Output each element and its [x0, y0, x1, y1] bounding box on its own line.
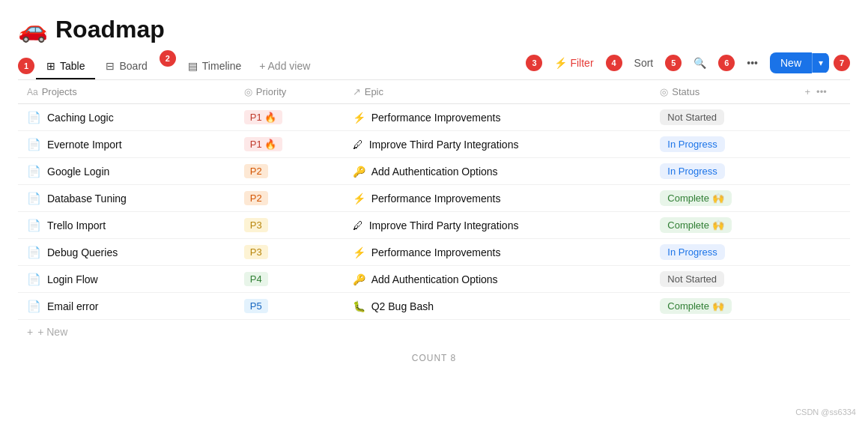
tab-board[interactable]: ⊟ Board: [95, 54, 157, 79]
tab-timeline-label: Timeline: [202, 60, 241, 72]
doc-icon-2: 📄: [27, 165, 41, 178]
epic-name-4: Improve Third Party Integrations: [369, 219, 519, 231]
new-button[interactable]: New: [770, 52, 812, 73]
epic-cell-3: ⚡ Performance Improvements: [344, 185, 652, 212]
add-view-label: + Add view: [259, 60, 310, 72]
th-priority: ◎ Priority: [235, 80, 344, 104]
badge-2: 2: [160, 50, 176, 67]
epic-icon-4: 🖊: [353, 219, 363, 231]
filter-label: Filter: [570, 57, 593, 69]
epic-cell-0: ⚡ Performance Improvements: [344, 104, 652, 131]
priority-cell-1: P1 🔥: [235, 131, 344, 158]
priority-badge-6: P4: [244, 272, 268, 286]
priority-cell-3: P2: [235, 185, 344, 212]
new-row-btn[interactable]: + + New: [18, 320, 850, 344]
status-cell-6: Not Started: [651, 266, 795, 293]
new-btn-group: New ▾: [770, 52, 829, 73]
status-badge-7: Complete 🙌: [660, 298, 731, 314]
th-more-icon[interactable]: •••: [816, 86, 827, 97]
doc-icon-0: 📄: [27, 111, 41, 124]
page-emoji: 🚗: [18, 15, 48, 43]
epic-icon-6: 🔑: [353, 273, 365, 285]
epic-name-0: Performance Improvements: [371, 112, 501, 124]
sort-button[interactable]: Sort: [627, 53, 661, 73]
row-actions-5: [796, 239, 851, 266]
search-button[interactable]: 🔍: [686, 53, 714, 73]
priority-badge-4: P3: [244, 218, 268, 232]
priority-cell-5: P3: [235, 239, 344, 266]
status-badge-2: In Progress: [660, 163, 724, 179]
th-projects-label: Projects: [42, 86, 77, 97]
badge-7: 7: [834, 55, 850, 71]
status-cell-7: Complete 🙌: [651, 293, 795, 320]
table-row: 📄 Trello Import P3 🖊 Improve Third Party…: [18, 212, 850, 239]
th-status-icon: ◎: [660, 86, 668, 97]
epic-icon-5: ⚡: [353, 246, 365, 258]
epic-name-6: Add Authentication Options: [371, 273, 498, 285]
toolbar: 1 ⊞ Table ⊟ Board 2 ▤ Timeline + Add vie…: [18, 52, 850, 80]
priority-cell-2: P2: [235, 158, 344, 185]
table-row: 📄 Google Login P2 🔑 Add Authentication O…: [18, 158, 850, 185]
new-row-plus-icon: +: [27, 326, 33, 338]
th-epic-icon: ↗: [353, 86, 361, 97]
status-cell-5: In Progress: [651, 239, 795, 266]
project-cell-7: 📄 Email error: [18, 293, 235, 320]
toolbar-right: 3 ⚡ Filter 4 Sort 5 🔍 6 ••• New: [526, 52, 850, 79]
more-icon: •••: [747, 57, 758, 69]
epic-cell-5: ⚡ Performance Improvements: [344, 239, 652, 266]
th-actions: + •••: [796, 80, 851, 104]
epic-name-2: Add Authentication Options: [371, 166, 498, 178]
row-actions-2: [796, 158, 851, 185]
doc-icon-7: 📄: [27, 300, 41, 313]
priority-badge-0: P1 🔥: [244, 110, 283, 124]
epic-cell-7: 🐛 Q2 Bug Bash: [344, 293, 652, 320]
tab-board-label: Board: [119, 60, 147, 72]
tab-timeline[interactable]: ▤ Timeline: [177, 54, 252, 79]
doc-icon-6: 📄: [27, 273, 41, 286]
project-name-5: Debug Queries: [47, 246, 118, 258]
badge-5: 5: [665, 55, 682, 71]
priority-badge-2: P2: [244, 164, 268, 178]
project-name-1: Evernote Import: [47, 139, 122, 151]
epic-icon-3: ⚡: [353, 193, 365, 205]
th-epic: ↗ Epic: [344, 80, 652, 104]
new-caret-button[interactable]: ▾: [812, 53, 829, 73]
priority-badge-7: P5: [244, 299, 268, 313]
th-status: ◎ Status: [651, 80, 795, 104]
th-projects-icon: Aa: [27, 87, 38, 97]
th-add-icon[interactable]: +: [805, 86, 811, 97]
tab-table[interactable]: ⊞ Table: [36, 54, 95, 79]
project-name-6: Login Flow: [47, 273, 98, 285]
project-cell-5: 📄 Debug Queries: [18, 239, 235, 266]
status-badge-3: Complete 🙌: [660, 190, 731, 206]
project-name-4: Trello Import: [47, 219, 106, 231]
priority-cell-0: P1 🔥: [235, 104, 344, 131]
search-icon: 🔍: [694, 57, 706, 69]
filter-icon: ⚡: [554, 57, 567, 69]
status-cell-0: Not Started: [651, 104, 795, 131]
doc-icon-3: 📄: [27, 192, 41, 205]
th-priority-label: Priority: [256, 86, 286, 97]
table-container: Aa Projects ◎ Priority ↗ Epic: [18, 80, 850, 368]
doc-icon-5: 📄: [27, 246, 41, 259]
badge-3: 3: [526, 55, 542, 71]
table-footer: COUNT 8: [18, 344, 850, 368]
priority-badge-5: P3: [244, 245, 268, 259]
badge-1: 1: [18, 58, 34, 74]
row-actions-7: [796, 293, 851, 320]
priority-cell-4: P3: [235, 212, 344, 239]
epic-cell-2: 🔑 Add Authentication Options: [344, 158, 652, 185]
data-table: Aa Projects ◎ Priority ↗ Epic: [18, 80, 850, 320]
sort-label: Sort: [634, 57, 654, 69]
more-button[interactable]: •••: [739, 53, 765, 73]
table-row: 📄 Caching Logic P1 🔥 ⚡ Performance Impro…: [18, 104, 850, 131]
add-view-btn[interactable]: + Add view: [252, 54, 318, 78]
epic-name-5: Performance Improvements: [371, 246, 501, 258]
page-header: 🚗 Roadmap: [18, 15, 850, 43]
timeline-icon: ▤: [188, 60, 198, 72]
th-status-label: Status: [672, 86, 699, 97]
filter-button[interactable]: ⚡ Filter: [547, 53, 601, 73]
table-row: 📄 Login Flow P4 🔑 Add Authentication Opt…: [18, 266, 850, 293]
th-priority-icon: ◎: [244, 86, 252, 97]
status-badge-6: Not Started: [660, 271, 724, 287]
